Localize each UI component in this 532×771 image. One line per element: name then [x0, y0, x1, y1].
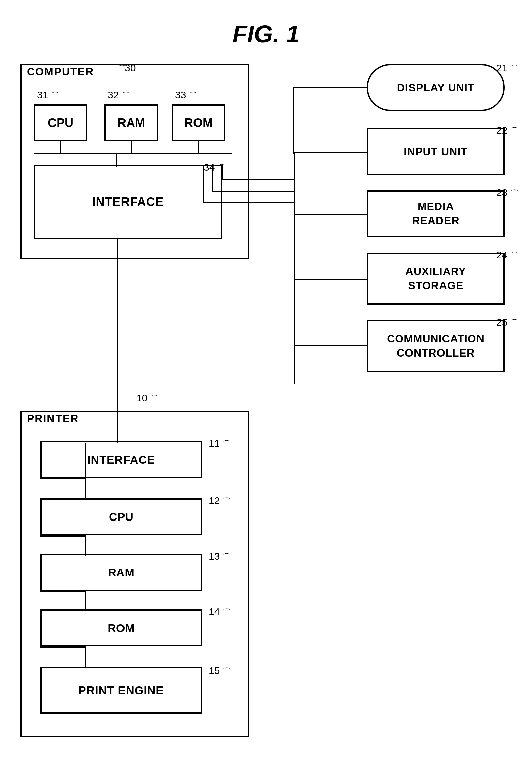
- interface-box-computer: INTERFACE: [34, 165, 222, 239]
- ram-box-printer: RAM: [40, 554, 202, 591]
- interface-box-printer: INTERFACE: [40, 441, 202, 478]
- p-v-3: [85, 591, 86, 611]
- stub-aux: [294, 279, 368, 280]
- if-v-2: [212, 165, 213, 192]
- if-v-1: [221, 165, 223, 180]
- aux-storage-box: AUXILIARY STORAGE: [367, 253, 505, 305]
- stub-comm: [294, 345, 368, 346]
- p-h-3: [40, 591, 86, 592]
- input-unit-box: INPUT UNIT: [367, 128, 505, 175]
- if-v-3: [203, 165, 204, 203]
- p-v-2: [85, 535, 86, 556]
- conn-v-di: [293, 87, 294, 153]
- rom-box-computer: ROM: [172, 104, 225, 141]
- ref-12: 12 ⌒: [209, 495, 231, 507]
- rom-box-printer: ROM: [40, 609, 202, 646]
- figure-title: FIG. 1: [0, 20, 532, 48]
- bus-v-ram: [131, 141, 132, 153]
- ref-10: 10 ⌒: [136, 392, 158, 404]
- bus-v-interface: [116, 153, 117, 167]
- right-v-bus: [294, 152, 295, 384]
- diagram: FIG. 1 30 ⌒ COMPUTER 31 ⌒ 32 ⌒ 33 ⌒ CPU …: [0, 0, 532, 771]
- display-unit-box: DISPLAY UNIT: [367, 64, 505, 111]
- media-reader-box: MEDIA READER: [367, 190, 505, 237]
- multi-conn-3: [203, 202, 294, 203]
- bus-v-rom: [198, 141, 199, 153]
- p-spine-top: [85, 443, 86, 481]
- computer-label: COMPUTER: [27, 66, 94, 78]
- ref-31: 31 ⌒: [37, 89, 59, 101]
- ref-14: 14 ⌒: [209, 606, 231, 618]
- multi-conn-2: [212, 191, 294, 192]
- cpu-box-computer: CPU: [34, 104, 87, 141]
- ref-15: 15 ⌒: [209, 665, 231, 677]
- ref-33: 33 ⌒: [175, 89, 197, 101]
- cpu-box-printer: CPU: [40, 498, 202, 535]
- p-v-4: [85, 646, 86, 668]
- conn-h-display: [293, 87, 368, 88]
- print-engine-box: PRINT ENGINE: [40, 667, 202, 714]
- bus-line-h: [34, 153, 232, 154]
- ref-32: 32 ⌒: [108, 89, 130, 101]
- stub-media: [294, 214, 368, 215]
- multi-conn-1: [221, 179, 294, 180]
- printer-label: PRINTER: [27, 412, 79, 425]
- p-h-1: [40, 478, 86, 479]
- bus-v-cpu: [60, 141, 61, 153]
- p-h-2: [40, 535, 86, 537]
- ref-13: 13 ⌒: [209, 550, 231, 562]
- stub-input: [294, 152, 368, 153]
- ram-box-computer: RAM: [104, 104, 158, 141]
- comm-controller-box: COMMUNICATION CONTROLLER: [367, 320, 505, 372]
- ref-11: 11 ⌒: [209, 438, 231, 449]
- ref-21: 21 ⌒: [496, 62, 519, 74]
- p-h-4: [40, 646, 86, 648]
